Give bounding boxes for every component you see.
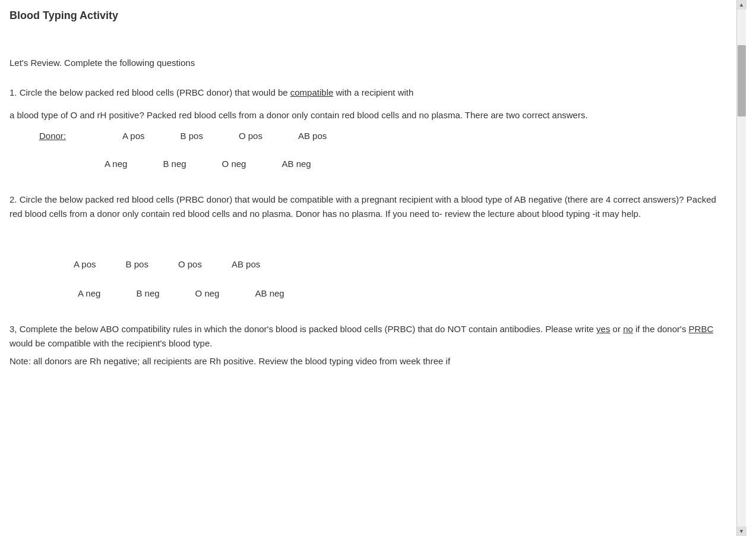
scroll-down-icon: ▼ — [739, 528, 744, 534]
q1-option-ab-neg[interactable]: AB neg — [281, 159, 311, 169]
q2-option-ab-pos[interactable]: AB pos — [232, 259, 260, 269]
question-3-note: Note: all donors are Rh negative; all re… — [10, 354, 725, 368]
question-3-yes: yes — [596, 324, 610, 334]
question-3-or: or — [610, 324, 623, 334]
question-1-row1: Donor: A pos B pos O pos AB pos — [39, 131, 725, 141]
q1-option-ab-pos[interactable]: AB pos — [298, 131, 327, 141]
q2-option-ab-neg[interactable]: AB neg — [255, 288, 284, 298]
question-2-block: 2. Circle the below packed red blood cel… — [10, 193, 725, 298]
question-2-row2: A neg B neg O neg AB neg — [78, 288, 725, 298]
question-3-text-part1: Complete the below ABO compatibility rul… — [20, 324, 596, 334]
question-2-body: Circle the below packed red blood cells … — [10, 194, 716, 219]
scroll-track[interactable] — [737, 10, 746, 526]
scroll-up-button[interactable]: ▲ — [737, 0, 746, 10]
intro-text: Let's Review. Complete the following que… — [10, 58, 725, 68]
question-3-no: no — [623, 324, 633, 334]
scroll-down-button[interactable]: ▼ — [737, 526, 746, 536]
question-1-text: 1. Circle the below packed red blood cel… — [10, 86, 725, 100]
q2-option-b-neg[interactable]: B neg — [136, 288, 159, 298]
page-title: Blood Typing Activity — [10, 10, 725, 22]
q2-option-a-neg[interactable]: A neg — [78, 288, 100, 298]
scroll-up-icon: ▲ — [739, 2, 744, 8]
q1-option-o-neg[interactable]: O neg — [222, 159, 246, 169]
q1-option-a-neg[interactable]: A neg — [105, 159, 127, 169]
question-3-text-part2: if the donor's — [633, 324, 689, 334]
q1-option-b-neg[interactable]: B neg — [163, 159, 186, 169]
question-3-text: 3, Complete the below ABO compatibility … — [10, 322, 725, 351]
q2-option-o-pos[interactable]: O pos — [178, 259, 202, 269]
page-wrapper: Blood Typing Activity Let's Review. Comp… — [0, 0, 756, 536]
question-1-continuation: a blood type of O and rH positive? Packe… — [10, 108, 725, 122]
question-2-text: 2. Circle the below packed red blood cel… — [10, 193, 725, 221]
scrollbar: ▲ ▼ — [736, 0, 746, 536]
question-3-prbc: PRBC — [689, 324, 714, 334]
question-1-block: 1. Circle the below packed red blood cel… — [10, 86, 725, 169]
question-1-row2: A neg B neg O neg AB neg — [105, 159, 725, 169]
q2-option-o-neg[interactable]: O neg — [195, 288, 220, 298]
q1-option-o-pos[interactable]: O pos — [239, 131, 262, 141]
scroll-thumb[interactable] — [738, 45, 746, 116]
q1-option-a-pos[interactable]: A pos — [122, 131, 145, 141]
question-3-block: 3, Complete the below ABO compatibility … — [10, 322, 725, 368]
question-1-underline: compatible — [290, 87, 334, 97]
question-1-number: 1. — [10, 87, 17, 97]
donor-label: Donor: — [39, 131, 87, 141]
question-1-text-before: Circle the below packed red blood cells … — [20, 87, 290, 97]
q1-option-b-pos[interactable]: B pos — [181, 131, 203, 141]
question-3-text-part3: would be compatible with the recipient's… — [10, 338, 212, 348]
question-2-row1: A pos B pos O pos AB pos — [74, 259, 725, 269]
content-area: Blood Typing Activity Let's Review. Comp… — [0, 0, 736, 536]
question-3-number: 3, — [10, 324, 17, 334]
q2-option-b-pos[interactable]: B pos — [126, 259, 148, 269]
question-2-number: 2. — [10, 194, 17, 204]
question-1-text-after: with a recipient with — [333, 87, 413, 97]
q2-option-a-pos[interactable]: A pos — [74, 259, 96, 269]
